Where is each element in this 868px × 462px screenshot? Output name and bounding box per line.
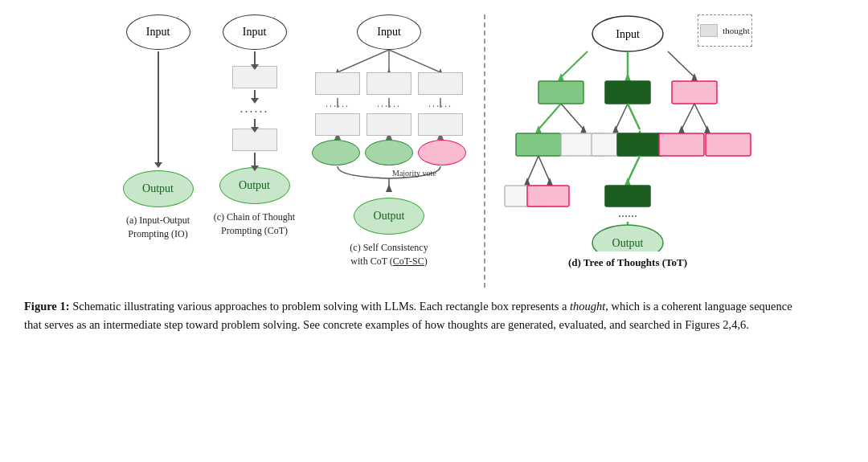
svg-marker-37 bbox=[678, 125, 685, 133]
io-diagram: Input Output (a) Input-Output Prompting … bbox=[116, 14, 200, 241]
diagram-area: Input Output (a) Input-Output Prompting … bbox=[24, 14, 844, 288]
sc-out1 bbox=[312, 140, 360, 166]
io-input-node: Input bbox=[126, 14, 190, 50]
sc-diagram: Input bbox=[309, 14, 469, 268]
svg-text:Output: Output bbox=[612, 237, 644, 249]
cot-diagram: Input ...... Output (c) Chain o bbox=[208, 14, 301, 238]
sc-rect2-2 bbox=[366, 113, 411, 136]
sc-rect1-1 bbox=[315, 72, 360, 95]
sc-out2 bbox=[365, 140, 413, 166]
svg-marker-51 bbox=[547, 178, 553, 186]
svg-marker-49 bbox=[524, 178, 530, 186]
cot-caption: (c) Chain of Thought Prompting (CoT) bbox=[214, 211, 295, 238]
svg-line-32 bbox=[616, 104, 628, 129]
tot-caption: (d) Tree of Thoughts (ToT) bbox=[568, 256, 687, 269]
sc-rect3-1 bbox=[418, 72, 463, 95]
legend-box: thought bbox=[698, 14, 752, 47]
svg-rect-26 bbox=[605, 81, 650, 104]
sc-final-output: Output bbox=[354, 198, 424, 235]
svg-line-38 bbox=[694, 104, 707, 129]
svg-line-28 bbox=[538, 104, 561, 129]
svg-text:Input: Input bbox=[616, 28, 640, 40]
svg-rect-45 bbox=[706, 133, 751, 156]
sc-rect2-1 bbox=[366, 72, 411, 95]
sc-rect3-2 bbox=[418, 113, 463, 136]
svg-line-30 bbox=[561, 104, 583, 129]
svg-rect-43 bbox=[617, 133, 662, 156]
sc-caption: (c) Self Consistency with CoT (CoT-SC) bbox=[350, 241, 428, 268]
cot-output-node: Output bbox=[219, 167, 290, 204]
svg-marker-22 bbox=[624, 73, 631, 81]
sc-dots2: ...... bbox=[377, 98, 401, 110]
svg-rect-54 bbox=[605, 186, 650, 206]
svg-rect-40 bbox=[516, 133, 561, 156]
svg-line-19 bbox=[561, 51, 588, 77]
legend-rect bbox=[700, 24, 718, 37]
svg-rect-25 bbox=[538, 81, 583, 104]
sc-dots3: ...... bbox=[428, 98, 452, 110]
svg-rect-27 bbox=[672, 81, 717, 104]
svg-line-46 bbox=[628, 156, 640, 182]
svg-line-34 bbox=[628, 104, 640, 129]
svg-text:......: ...... bbox=[618, 206, 637, 219]
svg-rect-44 bbox=[659, 133, 704, 156]
svg-line-36 bbox=[682, 104, 694, 129]
tot-section: thought Input bbox=[485, 14, 752, 288]
figure-caption: Figure 1: Schematic illustrating various… bbox=[24, 297, 812, 334]
sc-input-node: Input bbox=[357, 14, 421, 50]
sc-dots1: ...... bbox=[326, 98, 350, 110]
io-output-node: Output bbox=[123, 170, 194, 207]
svg-line-50 bbox=[538, 156, 550, 182]
majority-label: Majority vote bbox=[392, 169, 436, 178]
svg-rect-53 bbox=[527, 186, 569, 206]
svg-marker-16 bbox=[386, 184, 392, 192]
svg-line-48 bbox=[527, 156, 538, 182]
svg-line-2 bbox=[389, 50, 440, 72]
left-diagrams: Input Output (a) Input-Output Prompting … bbox=[116, 14, 485, 288]
svg-marker-39 bbox=[704, 125, 710, 133]
io-caption: (a) Input-Output Prompting (IO) bbox=[126, 214, 190, 241]
tot-tree-svg: Input bbox=[503, 14, 752, 251]
svg-line-0 bbox=[338, 50, 389, 72]
cot-input-node: Input bbox=[223, 14, 287, 50]
svg-marker-33 bbox=[612, 125, 619, 133]
main-content: Input Output (a) Input-Output Prompting … bbox=[0, 0, 868, 462]
sc-out3 bbox=[418, 140, 466, 166]
svg-line-23 bbox=[668, 51, 694, 77]
sc-rect1-2 bbox=[315, 113, 360, 136]
legend-text: thought bbox=[723, 26, 750, 35]
